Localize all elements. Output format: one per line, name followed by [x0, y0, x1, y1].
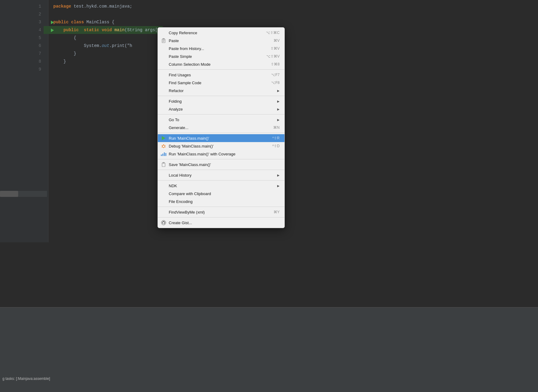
- menu-item-findviewbyme[interactable]: FindViewByMe (xml) ⌘Y: [158, 208, 284, 216]
- separator-4: [158, 133, 284, 133]
- menu-item-save-config[interactable]: Save 'MainClass.main()': [158, 161, 284, 168]
- separator-1: [158, 69, 284, 70]
- menu-item-go-to[interactable]: Go To ▶: [158, 116, 284, 124]
- submenu-arrow-refactor: ▶: [277, 89, 280, 92]
- submenu-arrow-goto: ▶: [277, 118, 280, 121]
- menu-item-generate[interactable]: Generate... ⌘N: [158, 124, 284, 131]
- tasks-status: g tasks: [:Mainjava:assemble]: [0, 375, 538, 382]
- menu-item-debug-main[interactable]: Debug 'MainClass.main()' ^⇧D: [158, 142, 284, 150]
- svg-line-8: [165, 145, 166, 146]
- menu-item-folding[interactable]: Folding ▶: [158, 97, 284, 105]
- separator-7: [158, 180, 284, 181]
- menu-item-copy-reference[interactable]: Copy Reference ⌥⇧⌘C: [158, 29, 284, 37]
- svg-rect-1: [163, 38, 164, 39]
- submenu-arrow-folding: ▶: [277, 100, 280, 103]
- line-number-gutter: 1 2 3 4 5 6 7 8 9: [0, 0, 48, 242]
- separator-9: [158, 217, 284, 218]
- context-menu: Copy Reference ⌥⇧⌘C Paste ⌘V Paste from …: [158, 27, 285, 228]
- line-numbers: 1 2 3 4 5 6 7 8 9: [0, 2, 48, 73]
- clipboard-icon: [161, 38, 166, 43]
- horizontal-scrollbar[interactable]: [0, 191, 47, 197]
- svg-rect-14: [162, 163, 165, 167]
- save-icon: [161, 162, 166, 167]
- menu-item-paste-simple[interactable]: Paste Simple ⌥⇧⌘V: [158, 52, 284, 60]
- menu-item-paste[interactable]: Paste ⌘V: [158, 37, 284, 45]
- scrollbar-thumb[interactable]: [0, 191, 18, 197]
- separator-6: [158, 170, 284, 170]
- svg-line-9: [162, 147, 163, 148]
- menu-item-compare-clipboard[interactable]: Compare with Clipboard: [158, 190, 284, 198]
- separator-3: [158, 114, 284, 115]
- menu-item-refactor[interactable]: Refactor ▶: [158, 87, 284, 95]
- svg-rect-15: [163, 162, 164, 163]
- submenu-arrow-local-history: ▶: [277, 174, 280, 177]
- svg-line-7: [162, 145, 163, 146]
- svg-line-10: [165, 147, 166, 148]
- svg-point-5: [162, 145, 165, 148]
- menu-item-column-selection[interactable]: Column Selection Mode ⇧⌘8: [158, 60, 284, 68]
- bottom-panel: g tasks: [:Mainjava:assemble]: [0, 307, 538, 392]
- menu-item-local-history[interactable]: Local History ▶: [158, 171, 284, 179]
- menu-item-ndk[interactable]: NDK ▶: [158, 182, 284, 190]
- submenu-arrow-analyze: ▶: [277, 108, 280, 111]
- separator-5: [158, 159, 284, 159]
- run-arrow-line3: [51, 21, 54, 24]
- menu-item-file-encoding[interactable]: File Encoding: [158, 198, 284, 205]
- menu-item-analyze[interactable]: Analyze ▶: [158, 105, 284, 113]
- menu-item-create-gist[interactable]: Create Gist...: [158, 219, 284, 227]
- submenu-arrow-ndk: ▶: [277, 184, 280, 188]
- coverage-icon: [161, 151, 166, 157]
- menu-item-paste-from-history[interactable]: Paste from History... ⇧⌘V: [158, 45, 284, 52]
- svg-point-6: [163, 145, 164, 145]
- debug-icon: [161, 143, 166, 149]
- menu-item-find-usages[interactable]: Find Usages ⌥F7: [158, 71, 284, 79]
- menu-item-run-main[interactable]: Run 'MainClass.main()' ^⇧R: [158, 134, 284, 142]
- separator-8: [158, 207, 284, 207]
- code-editor[interactable]: package test.hykd.com.mainjava; public c…: [48, 2, 163, 73]
- github-icon: [161, 220, 166, 225]
- menu-item-find-sample[interactable]: Find Sample Code ⌥F8: [158, 79, 284, 87]
- menu-item-run-coverage[interactable]: Run 'MainClass.main()' with Coverage: [158, 150, 284, 158]
- separator-2: [158, 96, 284, 96]
- run-arrow-line4: [51, 28, 54, 32]
- run-icon: [161, 135, 166, 141]
- svg-point-16: [161, 221, 166, 225]
